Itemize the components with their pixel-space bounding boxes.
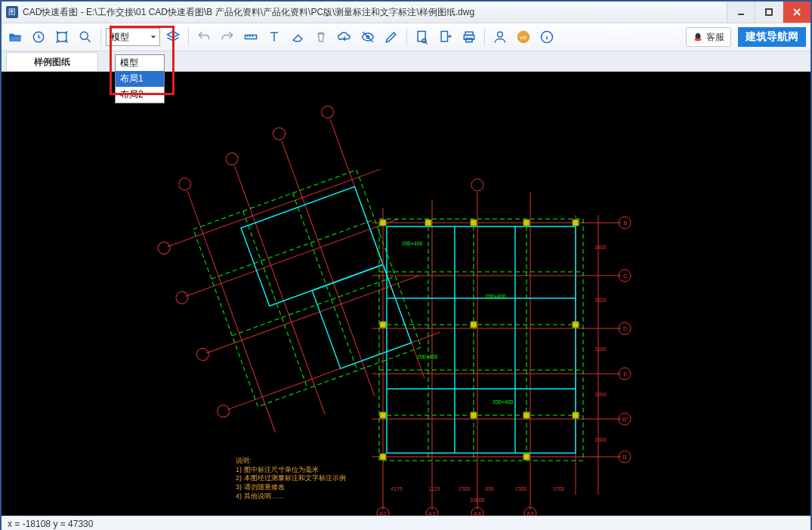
recent-button[interactable] — [28, 26, 49, 48]
svg-rect-84 — [523, 220, 529, 226]
svg-text:850: 850 — [485, 486, 494, 491]
customer-service-button[interactable]: 客服 — [686, 27, 731, 47]
svg-rect-81 — [380, 220, 386, 226]
svg-rect-15 — [466, 39, 472, 42]
delete-button[interactable] — [310, 26, 332, 48]
svg-rect-91 — [523, 412, 529, 418]
svg-rect-5 — [57, 32, 66, 42]
print-icon — [462, 29, 477, 45]
banner-label: 建筑导航网 — [746, 30, 798, 44]
svg-rect-89 — [380, 412, 386, 418]
svg-rect-82 — [425, 220, 431, 226]
svg-line-39 — [211, 220, 375, 279]
maximize-icon — [764, 8, 773, 17]
svg-text:B: B — [623, 220, 627, 226]
search-doc-icon — [415, 29, 430, 45]
vip-button[interactable]: VIP — [513, 26, 534, 48]
export-icon — [438, 29, 453, 45]
layers-icon — [165, 29, 181, 45]
svg-text:A5: A5 — [526, 510, 534, 516]
toolbar-sep-4 — [484, 28, 485, 46]
svg-line-27 — [186, 219, 399, 297]
svg-rect-7 — [245, 35, 257, 39]
app-window: 图 CAD快速看图 - E:\工作交接\01 CAD快速看图\B 产品化资料\产… — [0, 0, 812, 530]
svg-line-22 — [187, 191, 275, 432]
layers-button[interactable] — [162, 26, 184, 48]
svg-text:C: C — [623, 273, 628, 279]
svg-rect-83 — [471, 220, 477, 226]
svg-text:4175: 4175 — [391, 486, 403, 491]
find-button[interactable] — [412, 26, 433, 48]
svg-point-33 — [320, 104, 335, 120]
minimize-button[interactable] — [727, 2, 755, 23]
drawing-note: 说明: 1) 图中标注尺寸单位为毫米 2) 本图经过测量标注和文字标注示例 3)… — [236, 457, 346, 501]
window-title: CAD快速看图 - E:\工作交接\01 CAD快速看图\B 产品化资料\产品化… — [23, 6, 727, 19]
toolbar-sep-1 — [100, 28, 101, 46]
svg-text:3050: 3050 — [594, 392, 607, 397]
svg-rect-88 — [573, 322, 579, 328]
svg-text:B': B' — [623, 454, 628, 461]
layout-option-model[interactable]: 模型 — [116, 55, 164, 71]
service-label: 客服 — [706, 31, 724, 44]
svg-text:2300: 2300 — [515, 486, 527, 491]
drawing-canvas[interactable]: 200×400 200×400 200×400 200×400 4175 112… — [2, 72, 810, 516]
account-button[interactable] — [489, 26, 511, 48]
print-button[interactable] — [458, 26, 480, 48]
svg-text:A2: A2 — [379, 510, 387, 516]
eye-off-icon — [360, 29, 375, 45]
extents-icon — [54, 29, 69, 45]
user-icon — [492, 29, 508, 45]
trash-icon — [313, 29, 329, 45]
export-button[interactable] — [435, 26, 456, 48]
svg-text:3700: 3700 — [553, 486, 565, 491]
redo-button[interactable] — [217, 26, 238, 48]
text-button[interactable] — [264, 26, 285, 48]
svg-text:3400: 3400 — [594, 245, 607, 250]
close-button[interactable] — [783, 2, 810, 23]
edit-button[interactable] — [381, 26, 402, 48]
layout-combobox[interactable]: 模型 — [106, 28, 160, 46]
eraser-button[interactable] — [287, 26, 308, 48]
minimize-icon — [736, 8, 746, 17]
svg-point-6 — [80, 32, 88, 39]
zoom-window-button[interactable] — [75, 26, 96, 48]
layout-option-layout1[interactable]: 布局1 — [116, 71, 164, 87]
qq-icon — [693, 32, 703, 42]
document-tab[interactable]: 样例图纸 — [6, 52, 98, 71]
open-file-button[interactable] — [5, 26, 26, 48]
undo-button[interactable] — [193, 26, 215, 48]
svg-text:1125: 1125 — [428, 486, 440, 491]
magnifier-icon — [78, 29, 93, 45]
layout-option-layout2[interactable]: 布局2 — [116, 87, 164, 103]
chevron-down-icon — [147, 29, 159, 45]
svg-text:VIP: VIP — [520, 35, 527, 40]
info-button[interactable] — [536, 26, 557, 48]
info-icon — [539, 29, 554, 45]
banner-link[interactable]: 建筑导航网 — [738, 27, 806, 47]
svg-line-40 — [232, 276, 395, 336]
svg-rect-10 — [418, 32, 425, 42]
svg-text:2300: 2300 — [458, 486, 471, 491]
svg-point-30 — [178, 177, 193, 193]
vip-icon: VIP — [516, 29, 531, 45]
toolbar-sep-2 — [188, 28, 189, 46]
hide-annotation-button[interactable] — [357, 26, 378, 48]
file-path-text: E:\工作交接\01 CAD快速看图\B 产品化资料\产品化资料\PC版\测量标… — [86, 7, 474, 17]
svg-rect-94 — [523, 454, 529, 460]
ruler-icon — [243, 29, 258, 45]
title-sep: - — [78, 7, 86, 17]
titlebar: 图 CAD快速看图 - E:\工作交接\01 CAD快速看图\B 产品化资料\产… — [2, 2, 810, 23]
svg-rect-92 — [573, 412, 579, 418]
maximize-button[interactable] — [755, 2, 783, 23]
cloud-download-icon — [337, 29, 352, 45]
cloud-download-button[interactable] — [334, 26, 355, 48]
svg-line-24 — [282, 141, 375, 396]
zoom-extents-button[interactable] — [51, 26, 73, 48]
measure-button[interactable] — [240, 26, 261, 48]
svg-text:200×400: 200×400 — [402, 241, 423, 246]
svg-text:E: E — [623, 371, 627, 377]
svg-rect-87 — [471, 322, 477, 328]
svg-text:D: D — [623, 325, 628, 332]
svg-text:B'': B'' — [622, 416, 629, 423]
statusbar: x = -18108 y = 47330 — [2, 516, 810, 530]
